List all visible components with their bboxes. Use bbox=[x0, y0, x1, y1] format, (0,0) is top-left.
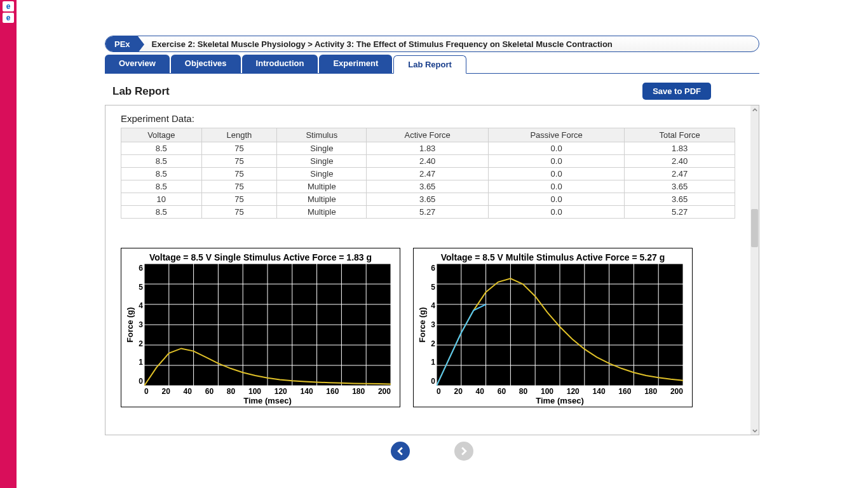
tab-experiment[interactable]: Experiment bbox=[319, 55, 392, 73]
tick-label: 5 bbox=[428, 283, 435, 292]
tab-objectives[interactable]: Objectives bbox=[171, 55, 241, 73]
chart-title: Voltage = 8.5 V Single Stimulus Active F… bbox=[125, 252, 396, 262]
chart-plot-area bbox=[437, 264, 683, 386]
table-cell: Multiple bbox=[277, 206, 367, 219]
table-cell: 3.65 bbox=[625, 180, 735, 193]
table-cell: 0.0 bbox=[488, 193, 624, 206]
table-header: Passive Force bbox=[488, 128, 624, 142]
tick-label: 180 bbox=[644, 387, 657, 396]
prev-page-button[interactable] bbox=[391, 442, 410, 461]
ie-icon[interactable]: e bbox=[3, 13, 14, 23]
scrollbar[interactable] bbox=[750, 105, 759, 435]
table-cell: 8.5 bbox=[121, 142, 202, 155]
breadcrumb-badge: PEx bbox=[105, 36, 138, 51]
chart-ylabel: Force (g) bbox=[125, 264, 135, 386]
table-cell: 10 bbox=[121, 193, 202, 206]
table-cell: 0.0 bbox=[488, 168, 624, 180]
table-cell: 8.5 bbox=[121, 168, 202, 180]
table-cell: 0.0 bbox=[488, 180, 624, 193]
table-cell: 75 bbox=[201, 206, 277, 219]
table-cell: Multiple bbox=[277, 180, 367, 193]
tick-label: 20 bbox=[454, 387, 462, 396]
tick-label: 120 bbox=[275, 387, 287, 396]
table-cell: 8.5 bbox=[121, 180, 202, 193]
scroll-thumb[interactable] bbox=[751, 209, 758, 247]
chart-xticks: 020406080100120140160180200 bbox=[144, 387, 391, 396]
table-cell: 2.47 bbox=[625, 168, 735, 180]
table-cell: 75 bbox=[201, 142, 277, 155]
table-cell: 5.27 bbox=[625, 206, 735, 219]
chart-single-stimulus: Voltage = 8.5 V Single Stimulus Active F… bbox=[121, 248, 400, 407]
tick-label: 3 bbox=[428, 320, 435, 329]
table-row: 8.575Single2.400.02.40 bbox=[121, 155, 735, 168]
table-cell: 0.0 bbox=[488, 155, 624, 168]
table-cell: 75 bbox=[201, 155, 277, 168]
content-header: Lab Report Save to PDF bbox=[105, 74, 759, 105]
table-cell: Multiple bbox=[277, 193, 367, 206]
tick-label: 4 bbox=[428, 301, 435, 310]
table-cell: 75 bbox=[201, 168, 277, 180]
table-header: Active Force bbox=[367, 128, 489, 142]
save-to-pdf-button[interactable]: Save to PDF bbox=[642, 83, 711, 100]
page-title: Lab Report bbox=[112, 85, 170, 98]
table-cell: 3.65 bbox=[367, 180, 489, 193]
chevron-left-icon bbox=[396, 447, 405, 456]
chart-title: Voltage = 8.5 V Multile Stimulus Active … bbox=[417, 252, 688, 262]
chevron-right-icon bbox=[459, 447, 468, 456]
tick-label: 140 bbox=[593, 387, 606, 396]
tick-label: 100 bbox=[541, 387, 553, 396]
table-header: Stimulus bbox=[277, 128, 367, 142]
table-cell: 8.5 bbox=[121, 155, 202, 168]
table-row: 1075Multiple3.650.03.65 bbox=[121, 193, 735, 206]
tick-label: 0 bbox=[135, 377, 143, 386]
table-row: 8.575Multiple3.650.03.65 bbox=[121, 180, 735, 193]
chart-multiple-stimulus: Voltage = 8.5 V Multile Stimulus Active … bbox=[413, 248, 693, 407]
tick-label: 4 bbox=[135, 301, 143, 310]
experiment-data-table: VoltageLengthStimulusActive ForcePassive… bbox=[121, 128, 735, 219]
page-nav bbox=[105, 442, 759, 461]
tick-label: 120 bbox=[567, 387, 580, 396]
tick-label: 140 bbox=[301, 387, 313, 396]
tick-label: 180 bbox=[352, 387, 365, 396]
tab-lab-report[interactable]: Lab Report bbox=[393, 55, 466, 74]
table-cell: 3.65 bbox=[625, 193, 735, 206]
tick-label: 160 bbox=[326, 387, 339, 396]
tick-label: 2 bbox=[135, 339, 143, 348]
chart-xlabel: Time (msec) bbox=[144, 396, 391, 405]
scroll-up-button[interactable] bbox=[750, 105, 759, 114]
table-cell: 0.0 bbox=[488, 206, 624, 219]
tick-label: 80 bbox=[227, 387, 235, 396]
tick-label: 160 bbox=[618, 387, 631, 396]
tick-label: 60 bbox=[498, 387, 506, 396]
tick-label: 0 bbox=[428, 377, 435, 386]
table-cell: 3.65 bbox=[367, 193, 489, 206]
report-content: Experiment Data: VoltageLengthStimulusAc… bbox=[105, 105, 750, 435]
table-row: 8.575Single1.830.01.83 bbox=[121, 142, 735, 155]
breadcrumb-text: Exercise 2: Skeletal Muscle Physiology >… bbox=[138, 39, 613, 49]
report-scroll-pane: Experiment Data: VoltageLengthStimulusAc… bbox=[105, 105, 759, 435]
tick-label: 6 bbox=[428, 264, 435, 273]
table-cell: 1.83 bbox=[625, 142, 735, 155]
tick-label: 3 bbox=[135, 320, 143, 329]
table-cell: 75 bbox=[201, 180, 277, 193]
scroll-track[interactable] bbox=[750, 114, 759, 426]
tick-label: 0 bbox=[437, 387, 441, 396]
ie-icon[interactable]: e bbox=[3, 1, 14, 11]
browser-tab-strip: e e bbox=[0, 0, 17, 488]
scroll-down-button[interactable] bbox=[750, 426, 759, 435]
table-cell: 2.47 bbox=[367, 168, 489, 180]
table-cell: Single bbox=[277, 168, 367, 180]
tick-label: 40 bbox=[184, 387, 192, 396]
tick-label: 200 bbox=[378, 387, 391, 396]
tab-introduction[interactable]: Introduction bbox=[242, 55, 318, 73]
tick-label: 60 bbox=[205, 387, 214, 396]
tick-label: 1 bbox=[428, 358, 435, 367]
tick-label: 5 bbox=[135, 283, 143, 292]
tick-label: 0 bbox=[144, 387, 149, 396]
charts-row: Voltage = 8.5 V Single Stimulus Active F… bbox=[121, 248, 735, 407]
app-frame: PEx Exercise 2: Skeletal Muscle Physiolo… bbox=[105, 36, 759, 461]
tab-overview[interactable]: Overview bbox=[105, 55, 170, 73]
chart-xticks: 020406080100120140160180200 bbox=[437, 387, 683, 396]
chart-ylabel: Force (g) bbox=[417, 264, 428, 386]
tick-label: 200 bbox=[670, 387, 683, 396]
